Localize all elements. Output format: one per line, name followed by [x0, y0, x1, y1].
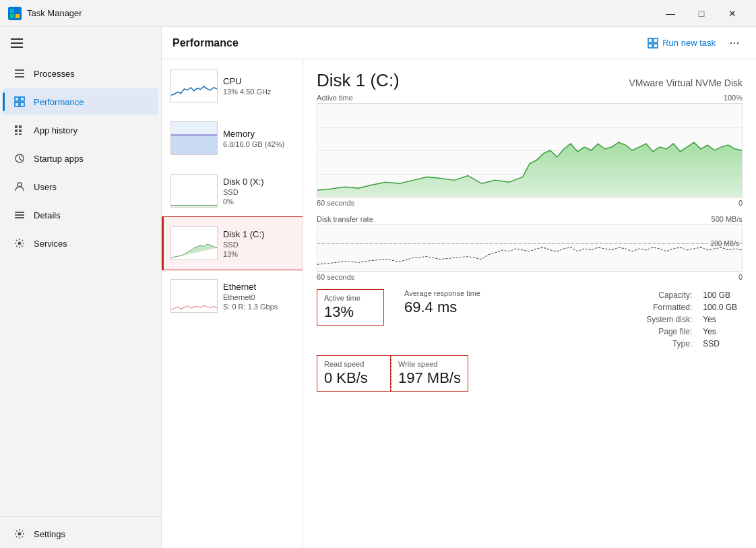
sidebar-item-processes[interactable]: Processes	[3, 60, 158, 87]
disk0-item-info: Disk 0 (X:) SSD 0%	[223, 177, 264, 206]
active-time-max: 100%	[724, 94, 743, 102]
transfer-rate-label-row: Disk transfer rate 500 MB/s	[317, 215, 743, 223]
run-task-label: Run new task	[662, 38, 716, 48]
settings-icon	[13, 528, 26, 540]
formatted-value: 100.0 GB	[697, 301, 743, 313]
sidebar-item-startup-apps[interactable]: Startup apps	[3, 145, 158, 172]
sidebar-item-label: Performance	[34, 97, 84, 107]
services-icon	[13, 237, 26, 249]
ethernet-item-info: Ethernet Ethernet0 S: 0 R: 1.3 Gbps	[223, 282, 278, 311]
maximize-button[interactable]: □	[686, 0, 717, 27]
system-disk-value: Yes	[697, 313, 743, 326]
details-icon	[13, 209, 26, 221]
app-history-icon	[13, 124, 26, 136]
sidebar-item-app-history[interactable]: App history	[3, 117, 158, 144]
perf-item-ethernet[interactable]: Ethernet Ethernet0 S: 0 R: 1.3 Gbps	[162, 270, 303, 322]
minimize-button[interactable]: —	[655, 0, 686, 27]
perf-item-cpu[interactable]: CPU 13% 4.50 GHz	[162, 59, 303, 112]
sidebar-item-details[interactable]: Details	[3, 202, 158, 229]
window-controls: — □ ✕	[655, 0, 748, 27]
memory-name: Memory	[223, 129, 284, 139]
svg-rect-24	[15, 217, 24, 218]
perf-left-panel: CPU 13% 4.50 GHz Memory 6.8/16.0 GB	[162, 59, 303, 548]
sidebar-item-services[interactable]: Services	[3, 230, 158, 257]
run-new-task-button[interactable]: Run new task	[639, 34, 724, 53]
sidebar-item-label: Processes	[34, 69, 75, 79]
disk1-sub: SSD	[223, 241, 264, 249]
memory-mini-graph	[170, 121, 218, 155]
chart-time-left: 60 seconds	[317, 199, 354, 207]
capacity-label: Capacity:	[641, 289, 697, 301]
disk-info-table: Capacity: 100 GB Formatted: 100.0 GB Sys…	[641, 289, 743, 350]
disk-title: Disk 1 (C:)	[317, 70, 400, 91]
svg-point-26	[18, 532, 22, 536]
svg-rect-0	[10, 9, 14, 13]
svg-rect-22	[15, 212, 24, 213]
ethernet-mini-graph	[170, 279, 218, 313]
sidebar-item-settings[interactable]: Settings	[3, 520, 158, 547]
read-speed-value: 0 KB/s	[324, 369, 383, 387]
avg-response-value: 69.4 ms	[404, 299, 480, 316]
svg-rect-5	[11, 42, 23, 44]
svg-rect-6	[11, 47, 23, 48]
perf-item-disk0[interactable]: Disk 0 (X:) SSD 0%	[162, 164, 303, 217]
sidebar-item-performance[interactable]: Performance	[3, 88, 158, 115]
disk1-item-info: Disk 1 (C:) SSD 13%	[223, 229, 264, 258]
svg-rect-3	[15, 14, 20, 18]
formatted-label: Formatted:	[641, 301, 697, 313]
active-time-footer: 60 seconds 0	[317, 199, 743, 207]
transfer-200-label: 200 MB/s	[711, 240, 739, 247]
svg-rect-23	[15, 214, 24, 216]
svg-rect-9	[15, 76, 24, 78]
table-row: Page file: Yes	[641, 326, 743, 338]
sidebar: Processes Performance	[0, 27, 162, 548]
disk-header: Disk 1 (C:) VMware Virtual NVMe Disk	[317, 70, 743, 91]
processes-icon	[13, 67, 26, 80]
sidebar-item-label: Users	[34, 182, 57, 192]
disk0-val: 0%	[223, 197, 264, 206]
active-time-svg	[317, 104, 742, 197]
active-time-label-row: Active time 100%	[317, 94, 743, 102]
active-time-stat-value: 13%	[324, 303, 377, 321]
svg-rect-16	[15, 129, 18, 132]
disk0-name: Disk 0 (X:)	[223, 177, 264, 187]
svg-point-21	[18, 183, 22, 187]
disk0-sub: SSD	[223, 188, 264, 196]
transfer-time-right: 0	[738, 273, 743, 281]
transfer-time-left: 60 seconds	[317, 273, 354, 281]
svg-rect-31	[171, 135, 217, 154]
content-area: Performance Run new task ···	[162, 27, 756, 548]
ethernet-sub: Ethernet0	[223, 293, 278, 301]
perf-item-disk1[interactable]: Disk 1 (C:) SSD 13%	[162, 217, 303, 270]
more-options-button[interactable]: ···	[724, 32, 745, 54]
transfer-footer: 60 seconds 0	[317, 273, 743, 281]
active-time-label: Active time	[317, 94, 353, 102]
disk-subtitle: VMware Virtual NVMe Disk	[629, 78, 743, 88]
speed-row: Read speed 0 KB/s Write speed 197 MB/s	[317, 355, 743, 392]
sidebar-item-users[interactable]: Users	[3, 173, 158, 200]
sidebar-item-label: Settings	[34, 529, 65, 539]
table-row: Formatted: 100.0 GB	[641, 301, 743, 313]
svg-point-25	[18, 242, 22, 245]
sidebar-item-label: Startup apps	[34, 154, 84, 164]
perf-item-memory[interactable]: Memory 6.8/16.0 GB (42%)	[162, 112, 303, 164]
capacity-value: 100 GB	[697, 289, 743, 301]
cpu-mini-graph	[170, 69, 218, 102]
startup-icon	[13, 152, 26, 164]
write-speed-box: Write speed 197 MB/s	[391, 355, 468, 392]
transfer-rate-chart: 200 MB/s	[317, 224, 743, 272]
memory-item-info: Memory 6.8/16.0 GB (42%)	[223, 129, 284, 148]
hamburger-button[interactable]	[0, 27, 161, 59]
speed-boxes: Read speed 0 KB/s Write speed 197 MB/s	[317, 355, 468, 392]
content-header: Performance Run new task ···	[162, 27, 756, 59]
write-speed-label: Write speed	[398, 360, 461, 368]
performance-icon	[13, 96, 26, 108]
close-button[interactable]: ✕	[717, 0, 748, 27]
svg-rect-2	[10, 14, 14, 18]
svg-rect-29	[648, 44, 652, 48]
svg-rect-28	[654, 38, 658, 42]
type-value: SSD	[697, 338, 743, 350]
perf-right-panel: Disk 1 (C:) VMware Virtual NVMe Disk Act…	[303, 59, 756, 548]
app-icon	[8, 7, 22, 20]
svg-rect-7	[15, 69, 24, 71]
